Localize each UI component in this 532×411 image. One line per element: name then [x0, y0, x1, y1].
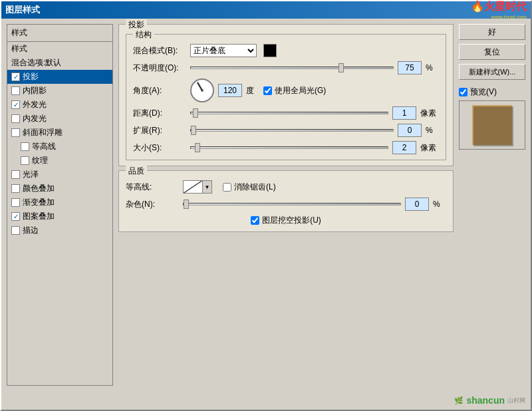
inner-glow-checkbox[interactable] [11, 114, 20, 123]
gradient-overlay-checkbox[interactable] [11, 198, 20, 207]
window-title: 图层样式 [5, 4, 40, 16]
blend-mode-select[interactable]: 正片叠底 正常 溶解 屏幕 [190, 44, 257, 57]
anti-alias-text: 消除锯齿(L) [234, 182, 276, 193]
noise-input[interactable]: 0 [405, 198, 429, 211]
sidebar-item-inner-shadow[interactable]: 内阴影 [7, 84, 112, 98]
distance-label: 距离(D): [133, 108, 186, 119]
quality-section: 品质 等高线: ▼ 消除锯齿(L) [118, 170, 454, 232]
blend-mode-row: 混合模式(B): 正片叠底 正常 溶解 屏幕 [133, 44, 439, 57]
leaf-icon: 🌿 [454, 396, 464, 405]
main-window: 图层样式 🔥火星时代 www.hxsd.com 样式 样式 混合选项:默认 [0, 0, 532, 411]
sidebar-item-bevel-emboss-label: 斜面和浮雕 [23, 127, 63, 138]
sidebar-item-inner-shadow-label: 内阴影 [23, 85, 47, 96]
blend-mode-label: 混合模式(B): [133, 45, 186, 57]
contour-dropdown-btn[interactable]: ▼ [203, 180, 212, 194]
size-slider[interactable] [190, 146, 388, 149]
sidebar-item-blend-label: 混合选项:默认 [11, 57, 61, 68]
sidebar-item-drop-shadow[interactable]: 投影 [7, 70, 112, 84]
global-light-text: 使用全局光(G) [275, 85, 326, 96]
distance-slider[interactable] [190, 112, 388, 114]
sidebar-item-texture-label: 纹理 [32, 155, 48, 166]
sidebar-item-contour[interactable]: 等高线 [7, 140, 112, 154]
angle-input[interactable]: 120 [218, 84, 242, 97]
contour-checkbox[interactable] [21, 142, 29, 151]
noise-label: 杂色(N): [126, 199, 179, 210]
right-panel: 好 复位 新建样式(W)... 预览(V) [459, 24, 525, 386]
noise-slider[interactable] [183, 203, 401, 206]
reset-button[interactable]: 复位 [459, 44, 525, 60]
preview-label[interactable]: 预览(V) [459, 86, 525, 98]
distance-unit: 像素 [420, 108, 439, 119]
color-overlay-checkbox[interactable] [11, 184, 20, 193]
window-body: 样式 样式 混合选项:默认 投影 内阴影 [1, 19, 531, 391]
sidebar-item-pattern-overlay[interactable]: 图案叠加 [7, 209, 112, 223]
anti-alias-label[interactable]: 消除锯齿(L) [223, 182, 276, 193]
outer-glow-checkbox[interactable] [11, 100, 20, 109]
noise-row: 杂色(N): 0 % [126, 198, 446, 211]
size-label: 大小(S): [133, 142, 186, 154]
sidebar-item-gradient-overlay-label: 渐变叠加 [23, 197, 55, 208]
sidebar-item-bevel-emboss[interactable]: 斜面和浮雕 [7, 126, 112, 140]
preview-section: 预览(V) [459, 86, 525, 150]
ok-button[interactable]: 好 [459, 24, 525, 40]
sidebar-item-style[interactable]: 样式 [7, 42, 112, 56]
size-unit: 像素 [420, 142, 439, 154]
sidebar-item-stroke[interactable]: 描边 [7, 223, 112, 237]
preview-area [459, 100, 525, 150]
blend-color-swatch[interactable] [263, 44, 277, 57]
opacity-slider[interactable] [190, 67, 394, 69]
sidebar-item-inner-glow-label: 内发光 [23, 113, 47, 124]
spread-slider[interactable] [190, 129, 394, 132]
preview-container [472, 105, 512, 145]
drop-shadow-checkbox[interactable] [11, 72, 20, 81]
sidebar-item-color-overlay[interactable]: 颜色叠加 [7, 182, 112, 196]
size-input[interactable]: 2 [392, 141, 416, 154]
sidebar-item-pattern-overlay-label: 图案叠加 [23, 211, 55, 222]
satin-checkbox[interactable] [11, 170, 20, 179]
opacity-input[interactable]: 75 [398, 61, 422, 74]
contour-picker[interactable]: ▼ [183, 180, 212, 194]
sidebar-item-gradient-overlay[interactable]: 渐变叠加 [7, 196, 112, 209]
contour-row: 等高线: ▼ 消除锯齿(L) [126, 180, 446, 194]
sidebar-item-satin-label: 光泽 [23, 169, 39, 180]
sidebar-item-inner-glow[interactable]: 内发光 [7, 112, 112, 126]
opacity-row: 不透明度(O): 75 % [133, 61, 439, 74]
sidebar-item-texture[interactable]: 纹理 [7, 154, 112, 168]
sidebar-item-satin[interactable]: 光泽 [7, 168, 112, 182]
size-row: 大小(S): 2 像素 [133, 141, 439, 154]
angle-needle [197, 82, 203, 90]
main-content: 投影 结构 混合模式(B): 正片叠底 正常 溶解 屏幕 [118, 24, 454, 386]
dial-center [201, 89, 203, 92]
anti-alias-checkbox[interactable] [223, 183, 231, 192]
sidebar-item-outer-glow[interactable]: 外发光 [7, 98, 112, 112]
logo-main: 🔥火星时代 [471, 0, 527, 14]
preview-text: 预览(V) [470, 86, 497, 98]
angle-unit: 度 [246, 85, 259, 96]
sidebar-item-stroke-label: 描边 [23, 225, 39, 236]
angle-dial[interactable] [190, 78, 214, 102]
global-light-label[interactable]: 使用全局光(G) [263, 85, 326, 96]
angle-row: 角度(A): 120 度 使用全局光(G) [133, 78, 439, 102]
pattern-overlay-checkbox[interactable] [11, 212, 20, 221]
texture-checkbox[interactable] [21, 156, 29, 165]
bottom-logo: 🌿 shancun 山村网 [454, 395, 525, 406]
layer-knockout-label[interactable]: 图层挖空投影(U) [251, 215, 321, 226]
opacity-unit: % [426, 63, 439, 72]
global-light-checkbox[interactable] [263, 86, 272, 95]
stroke-checkbox[interactable] [11, 226, 20, 235]
bevel-emboss-checkbox[interactable] [11, 128, 20, 137]
opacity-label: 不透明度(O): [133, 63, 186, 74]
structure-section: 结构 混合模式(B): 正片叠底 正常 溶解 屏幕 [126, 34, 446, 160]
sidebar-item-blend-default[interactable]: 混合选项:默认 [7, 56, 112, 70]
inner-shadow-checkbox[interactable] [11, 86, 20, 95]
structure-title: 结构 [133, 29, 154, 41]
layer-knockout-checkbox[interactable] [251, 216, 259, 225]
new-style-button[interactable]: 新建样式(W)... [459, 64, 525, 80]
preview-checkbox[interactable] [459, 88, 467, 96]
contour-label: 等高线: [126, 182, 179, 193]
contour-preview-thumbnail [183, 180, 203, 194]
sidebar-item-color-overlay-label: 颜色叠加 [23, 183, 55, 194]
title-bar: 图层样式 🔥火星时代 www.hxsd.com [1, 1, 531, 19]
distance-input[interactable]: 1 [392, 106, 416, 120]
spread-input[interactable]: 0 [398, 124, 422, 137]
